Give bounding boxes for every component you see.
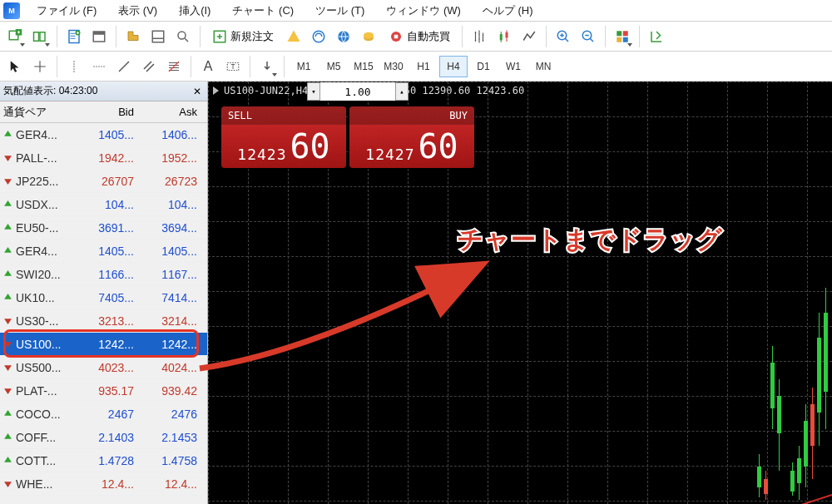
crosshair-tool[interactable] xyxy=(28,55,52,78)
arrow-down-icon xyxy=(3,361,12,374)
text-tool[interactable]: A xyxy=(196,55,220,78)
auto-trading-toggle[interactable]: 自動売買 xyxy=(382,25,457,48)
arrows-menu[interactable] xyxy=(255,55,279,78)
new-chart-button[interactable] xyxy=(3,25,27,48)
new-order-button[interactable]: 新規注文 xyxy=(206,25,280,48)
column-bid[interactable]: Bid xyxy=(77,101,139,122)
timeframe-d1[interactable]: D1 xyxy=(469,56,498,77)
market-watch-row[interactable]: US500...4023...4024... xyxy=(0,356,207,379)
market-watch-titlebar: 気配値表示: 04:23:00 ✕ xyxy=(0,82,207,101)
column-symbol[interactable]: 通貨ペア xyxy=(0,101,77,122)
market-watch-row[interactable]: US30-...3213...3214... xyxy=(0,309,207,333)
market-watch-toggle[interactable] xyxy=(62,25,86,48)
timeframe-m1[interactable]: M1 xyxy=(290,56,318,77)
market-watch-row[interactable]: USDX...104...104... xyxy=(0,193,207,216)
bid-price: 4023... xyxy=(77,361,139,374)
strategy-tester-button[interactable] xyxy=(171,25,195,48)
menu-file[interactable]: ファイル (F) xyxy=(27,2,106,20)
market-watch-row[interactable]: SWI20...1166...1167... xyxy=(0,263,207,286)
horizontal-line-tool[interactable] xyxy=(87,55,111,78)
metaquotes-button[interactable] xyxy=(282,25,305,48)
text-label-tool[interactable]: T xyxy=(221,55,245,78)
app-logo-icon: M xyxy=(3,2,20,19)
zoom-in-button[interactable] xyxy=(552,25,575,48)
bar-chart-button[interactable] xyxy=(468,25,491,48)
arrow-up-icon xyxy=(3,291,12,304)
symbol-name: GER4... xyxy=(16,245,57,258)
arrow-down-icon xyxy=(3,175,12,188)
terminal-toggle[interactable] xyxy=(146,25,170,48)
profiles-button[interactable] xyxy=(28,25,52,48)
ask-price: 104... xyxy=(139,198,202,211)
symbol-name: UK10... xyxy=(16,291,55,304)
buy-panel[interactable]: BUY 12427 60 xyxy=(349,106,474,168)
data-window-toggle[interactable] xyxy=(87,25,111,48)
arrow-down-icon xyxy=(3,151,12,165)
candlestick-button[interactable] xyxy=(493,25,516,48)
market-watch-header: 通貨ペア Bid Ask xyxy=(0,101,207,123)
line-chart-button[interactable] xyxy=(518,25,541,48)
equidistant-channel-tool[interactable] xyxy=(137,55,161,78)
timeframe-h4[interactable]: H4 xyxy=(439,56,468,77)
sell-label: SELL xyxy=(221,106,346,125)
volume-increase-button[interactable]: ▴ xyxy=(395,82,409,101)
ask-price: 2476 xyxy=(139,408,202,421)
svg-rect-7 xyxy=(93,32,105,35)
chart-area[interactable]: US100-JUN22,H4 12407.40 12496.50 12390.6… xyxy=(208,82,832,504)
svg-rect-19 xyxy=(506,32,508,37)
timeframe-w1[interactable]: W1 xyxy=(499,56,527,77)
signals-button[interactable] xyxy=(307,25,330,48)
arrow-down-icon xyxy=(3,477,12,491)
menu-view[interactable]: 表示 (V) xyxy=(108,2,167,20)
arrow-up-icon xyxy=(3,408,12,421)
bid-price: 104... xyxy=(77,198,139,211)
ask-price: 2.1453 xyxy=(139,431,202,444)
vps-button[interactable] xyxy=(357,25,380,48)
menu-window[interactable]: ウィンドウ (W) xyxy=(376,2,471,20)
sell-panel[interactable]: SELL 12423 60 xyxy=(221,106,346,168)
market-watch-row[interactable]: COFF...2.14032.1453 xyxy=(0,426,207,449)
timeframe-m15[interactable]: M15 xyxy=(349,56,378,77)
market-watch-row[interactable]: UK10...7405...7414... xyxy=(0,286,207,309)
fibonacci-tool[interactable] xyxy=(162,55,186,78)
svg-marker-11 xyxy=(288,30,300,42)
column-ask[interactable]: Ask xyxy=(139,101,202,122)
symbol-name: COFF... xyxy=(16,431,56,444)
volume-decrease-button[interactable]: ▾ xyxy=(307,82,320,101)
timeframe-m5[interactable]: M5 xyxy=(319,56,348,77)
timeframe-m30[interactable]: M30 xyxy=(379,56,408,77)
vertical-line-tool[interactable] xyxy=(62,55,86,78)
cursor-tool[interactable] xyxy=(3,55,27,78)
volume-input[interactable]: 1.00 xyxy=(320,82,395,101)
menu-tools[interactable]: ツール (T) xyxy=(305,2,374,20)
menu-insert[interactable]: 挿入(I) xyxy=(169,2,220,20)
market-watch-row[interactable]: JP225...2670726723 xyxy=(0,170,207,193)
tile-windows-button[interactable] xyxy=(611,25,634,48)
market-watch-row[interactable]: US100...1242...1242... xyxy=(0,333,207,356)
menu-help[interactable]: ヘルプ (H) xyxy=(473,2,543,20)
market-watch-row[interactable]: WHE...12.4...12.4... xyxy=(0,472,207,496)
shift-chart-button[interactable] xyxy=(645,25,668,48)
market-watch-row[interactable]: EU50-...3691...3694... xyxy=(0,216,207,240)
menu-chart[interactable]: チャート (C) xyxy=(222,2,304,20)
arrow-up-icon xyxy=(3,454,12,467)
ask-price: 1406... xyxy=(139,128,202,141)
timeframe-mn[interactable]: MN xyxy=(529,56,557,77)
symbol-name: PLAT-... xyxy=(16,384,57,398)
navigator-toggle[interactable] xyxy=(121,25,145,48)
zoom-out-button[interactable] xyxy=(577,25,600,48)
trendline-tool[interactable] xyxy=(112,55,136,78)
market-watch-row[interactable]: PALL-...1942...1952... xyxy=(0,146,207,170)
market-button[interactable] xyxy=(332,25,355,48)
close-icon[interactable]: ✕ xyxy=(191,85,204,98)
market-watch-row[interactable]: COTT...1.47281.4758 xyxy=(0,449,207,472)
market-watch-row[interactable]: GER4...1405...1406... xyxy=(0,123,207,146)
bid-price: 2.1403 xyxy=(77,431,139,444)
symbol-name: COCO... xyxy=(16,408,61,421)
market-watch-row[interactable]: PLAT-...935.17939.42 xyxy=(0,379,207,403)
market-watch-row[interactable]: COCO...24672476 xyxy=(0,403,207,426)
market-watch-row[interactable]: GER4...1405...1405... xyxy=(0,240,207,263)
symbol-name: USDX... xyxy=(16,198,58,211)
symbol-name: US500... xyxy=(16,361,61,374)
timeframe-h1[interactable]: H1 xyxy=(409,56,438,77)
